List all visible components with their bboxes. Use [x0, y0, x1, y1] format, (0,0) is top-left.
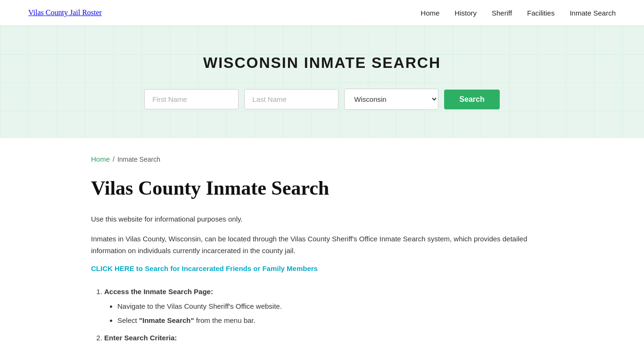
main-content: Home / Inmate Search Vilas County Inmate…	[63, 138, 581, 362]
search-button[interactable]: Search	[444, 90, 499, 109]
site-header: Vilas County Jail Roster Home History Sh…	[0, 0, 644, 26]
breadcrumb-separator: /	[113, 156, 115, 163]
main-nav: Home History Sheriff Facilities Inmate S…	[421, 9, 616, 17]
nav-home[interactable]: Home	[421, 9, 439, 17]
state-select[interactable]: Wisconsin Alabama Alaska Arizona Arkansa…	[344, 89, 438, 110]
list-item-2-title: Enter Search Criteria:	[104, 334, 177, 342]
site-logo[interactable]: Vilas County Jail Roster	[28, 8, 102, 17]
hero-title: WISCONSIN INMATE SEARCH	[9, 54, 635, 72]
breadcrumb-home[interactable]: Home	[91, 155, 110, 163]
last-name-input[interactable]	[244, 89, 339, 109]
search-form: Wisconsin Alabama Alaska Arizona Arkansa…	[9, 89, 635, 110]
nav-facilities[interactable]: Facilities	[527, 9, 554, 17]
list-item-2: Enter Search Criteria:	[104, 332, 553, 344]
sub-list-item-1-2: Select "Inmate Search" from the menu bar…	[117, 314, 553, 327]
nav-history[interactable]: History	[454, 9, 477, 17]
intro-paragraph-1: Use this website for informational purpo…	[91, 213, 553, 225]
cta-link[interactable]: CLICK HERE to Search for Incarcerated Fr…	[91, 264, 553, 272]
intro-paragraph-2: Inmates in Vilas County, Wisconsin, can …	[91, 233, 553, 257]
list-item-1-title: Access the Inmate Search Page:	[104, 288, 213, 296]
sub-list-item-1-1: Navigate to the Vilas County Sheriff's O…	[117, 300, 553, 313]
page-title: Vilas County Inmate Search	[91, 176, 553, 200]
first-name-input[interactable]	[144, 89, 239, 109]
hero-banner: WISCONSIN INMATE SEARCH Wisconsin Alabam…	[0, 26, 644, 138]
inline-bold-inmate-search: "Inmate Search"	[139, 316, 194, 324]
breadcrumb: Home / Inmate Search	[91, 155, 553, 163]
nav-sheriff[interactable]: Sheriff	[492, 9, 512, 17]
breadcrumb-current: Inmate Search	[117, 156, 160, 163]
nav-inmate-search[interactable]: Inmate Search	[570, 9, 616, 17]
sub-list-1: Navigate to the Vilas County Sheriff's O…	[104, 300, 553, 326]
list-item-1: Access the Inmate Search Page: Navigate …	[104, 286, 553, 327]
instructions-list: Access the Inmate Search Page: Navigate …	[91, 286, 553, 344]
